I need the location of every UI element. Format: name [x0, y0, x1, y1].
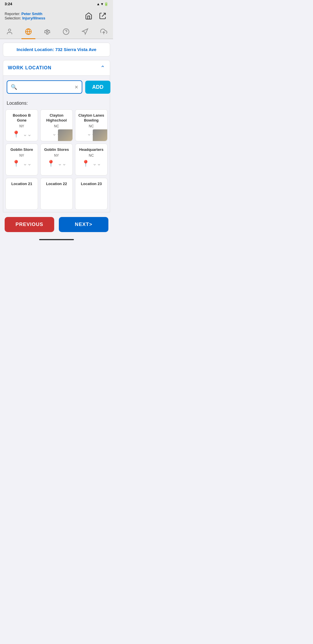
- tab-question[interactable]: [59, 26, 73, 39]
- location-card-state: NY: [54, 153, 59, 158]
- location-card[interactable]: Booboo B GoneNY📍⌄⌄: [6, 109, 38, 141]
- bottom-nav: PREVIOUS NEXT>: [0, 212, 113, 237]
- search-icon: 🔍: [11, 84, 17, 90]
- work-location-header[interactable]: WORK LOCATION ⌃: [3, 60, 110, 76]
- location-card-name: Clayton Lanes Bowling: [78, 113, 105, 123]
- incident-location-banner: Incident Location: 732 Sierra Vista Ave: [3, 43, 110, 57]
- top-header: Reporter: Peter Smith Selection: Injury/…: [0, 8, 113, 25]
- search-input-wrapper: 🔍 ✕: [7, 80, 82, 94]
- location-card-actions: 📍⌄⌄: [82, 160, 101, 167]
- tab-globe[interactable]: [21, 26, 35, 39]
- svg-rect-5: [46, 33, 48, 34]
- location-card-name: Clayton Highschool: [43, 113, 70, 123]
- battery-icon: 🔋: [104, 2, 108, 6]
- status-icons: ▲ ▾ 🔋: [97, 2, 108, 6]
- location-card[interactable]: Location 21: [6, 178, 38, 210]
- location-card-name: Booboo B Gone: [8, 113, 35, 123]
- incident-location-text: Incident Location: 732 Sierra Vista Ave: [17, 47, 96, 52]
- svg-line-0: [102, 13, 105, 17]
- reporter-label: Reporter:: [5, 12, 20, 16]
- location-card-name: Location 21: [11, 182, 32, 187]
- location-card-name: Location 23: [81, 182, 102, 187]
- reporter-name: Peter Smith: [21, 12, 42, 16]
- home-bar: [39, 239, 74, 240]
- chevron-up-icon[interactable]: ⌃: [100, 64, 105, 71]
- pin-icon: 📍: [47, 160, 55, 167]
- location-card[interactable]: Location 22: [40, 178, 73, 210]
- pin-icon: 📍: [12, 131, 20, 138]
- location-card-actions: 📍⌄⌄: [12, 131, 32, 138]
- location-thumbnail: [93, 129, 107, 141]
- expand-icon[interactable]: ⌄⌄: [92, 160, 101, 167]
- location-card-name: Location 22: [46, 182, 67, 187]
- header-icons: [83, 10, 108, 22]
- location-card-actions: 📍⌄⌄: [47, 160, 66, 167]
- location-card-state: NY: [19, 124, 24, 128]
- clear-icon[interactable]: ✕: [74, 84, 78, 90]
- search-area: 🔍 ✕ ADD: [3, 76, 110, 98]
- wifi-icon: ▾: [101, 2, 103, 6]
- tab-person[interactable]: [3, 26, 17, 39]
- section-title: WORK LOCATION: [8, 65, 51, 70]
- expand-icon[interactable]: ⌄⌄: [23, 160, 32, 167]
- location-card-actions: ⌄⌄: [87, 131, 96, 137]
- locations-grid: Booboo B GoneNY📍⌄⌄Clayton HighschoolNC⌄⌄…: [3, 107, 110, 212]
- expand-icon[interactable]: ⌄⌄: [58, 160, 66, 167]
- selection-value: Injury/Illness: [22, 16, 45, 20]
- tab-megaphone[interactable]: [78, 26, 92, 39]
- status-bar: 3:24 ▲ ▾ 🔋: [0, 0, 113, 8]
- previous-button[interactable]: PREVIOUS: [5, 217, 54, 232]
- location-card-state: NC: [89, 153, 94, 158]
- location-card-state: NC: [89, 124, 94, 128]
- svg-point-4: [46, 30, 48, 31]
- location-card-name: Goblin Store: [10, 147, 33, 152]
- location-card-name: Headquarters: [79, 147, 103, 152]
- locations-label: Locations:: [3, 98, 110, 107]
- location-card-state: NC: [54, 124, 59, 128]
- location-card[interactable]: Location 23: [75, 178, 108, 210]
- signal-icon: ▲: [97, 2, 100, 6]
- svg-point-1: [8, 29, 11, 31]
- location-card-actions: 📍⌄⌄: [12, 160, 32, 167]
- location-card[interactable]: HeadquartersNC📍⌄⌄: [75, 144, 108, 176]
- search-input[interactable]: [19, 85, 74, 90]
- location-card-actions: ⌄⌄: [52, 131, 61, 137]
- add-button[interactable]: ADD: [85, 81, 110, 94]
- reporter-info: Reporter: Peter Smith Selection: Injury/…: [5, 12, 45, 20]
- next-button[interactable]: NEXT>: [59, 217, 108, 232]
- pin-icon: 📍: [12, 160, 20, 167]
- location-card[interactable]: Clayton HighschoolNC⌄⌄: [40, 109, 73, 141]
- export-button[interactable]: [97, 10, 108, 22]
- pin-icon: 📍: [82, 160, 90, 167]
- tab-upload[interactable]: [97, 26, 111, 39]
- location-card-name: Goblin Stores: [44, 147, 69, 152]
- tab-worker[interactable]: [40, 26, 54, 39]
- home-button[interactable]: [83, 10, 94, 22]
- nav-tabs: [0, 25, 113, 39]
- home-indicator: [0, 237, 113, 241]
- location-card[interactable]: Goblin StoreNY📍⌄⌄: [6, 144, 38, 176]
- selection-label: Selection:: [5, 16, 21, 20]
- location-card-state: NY: [19, 153, 24, 158]
- expand-icon[interactable]: ⌄⌄: [23, 131, 32, 138]
- location-card[interactable]: Goblin StoresNY📍⌄⌄: [40, 144, 73, 176]
- location-card[interactable]: Clayton Lanes BowlingNC⌄⌄: [75, 109, 108, 141]
- location-thumbnail: [58, 129, 72, 141]
- status-time: 3:24: [5, 2, 12, 6]
